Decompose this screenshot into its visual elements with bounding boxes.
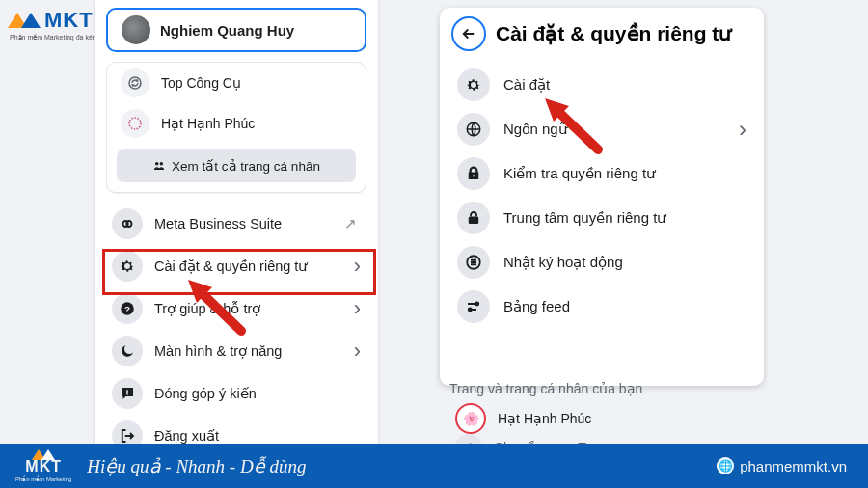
moon-icon: [112, 336, 143, 366]
menu-label: Meta Business Suite: [154, 216, 361, 231]
refresh-circle-icon: [121, 68, 149, 97]
people-switch-icon: [152, 159, 166, 173]
svg-point-1: [129, 118, 141, 129]
feedback-icon: [112, 378, 143, 409]
quick-item-hat-hanh-phuc[interactable]: Hạt Hạnh Phúc: [107, 103, 366, 144]
quick-item-label: Top Công Cụ: [161, 75, 241, 91]
settings-item-label: Nhật ký hoạt động: [503, 254, 746, 271]
settings-item-nhat-ky[interactable]: Nhật ký hoạt động: [449, 240, 754, 285]
svg-rect-7: [126, 393, 128, 395]
menu-label: Đóng góp ý kiến: [154, 386, 361, 401]
gear-icon: [457, 68, 490, 101]
menu-display-accessibility[interactable]: Màn hình & trợ năng ›: [106, 330, 366, 372]
settings-item-label: Kiểm tra quyền riêng tư: [503, 165, 746, 182]
menu-label: Màn hình & trợ năng: [154, 343, 342, 359]
infinity-icon: [112, 208, 143, 239]
footer-site[interactable]: 🌐 phanmemmkt.vn: [717, 457, 847, 474]
footer-logo: MKT Phần mềm Marketing: [15, 449, 71, 482]
flower-moon-icon: [121, 109, 149, 138]
settings-item-label: Ngôn ngữ: [503, 121, 725, 138]
red-arrow-right: [540, 96, 608, 154]
settings-item-kiem-tra-quyen[interactable]: Kiểm tra quyền riêng tư: [449, 151, 754, 196]
svg-point-0: [129, 77, 141, 89]
brand-mark-icon: [8, 13, 41, 28]
svg-point-2: [155, 162, 159, 166]
panel-header: Cài đặt & quyền riêng tư: [440, 8, 764, 61]
brand-subtitle: Phần mềm Marketing đa kênh: [10, 34, 100, 41]
globe-icon: [457, 113, 490, 146]
panel-title: Cài đặt & quyền riêng tư: [496, 22, 731, 45]
brand-logo: MKT Phần mềm Marketing đa kênh: [8, 8, 100, 41]
avatar: [122, 15, 150, 44]
settings-privacy-panel: Cài đặt & quyền riêng tư Cài đặt Ngôn ng…: [440, 8, 764, 386]
footer-slogan: Hiệu quả - Nhanh - Dễ dùng: [87, 455, 306, 477]
svg-point-12: [475, 303, 478, 306]
svg-point-13: [469, 309, 472, 312]
settings-item-label: Bảng feed: [503, 298, 746, 315]
menu-label: Cài đặt & quyền riêng tư: [154, 258, 342, 274]
gear-icon: [112, 251, 143, 282]
svg-rect-6: [126, 390, 128, 393]
chevron-right-icon: ›: [354, 339, 361, 364]
back-button[interactable]: [451, 16, 486, 51]
arrow-left-icon: [460, 25, 477, 42]
account-menu-panel: Nghiem Quang Huy Top Công Cụ Hạt Hạnh Ph…: [95, 0, 378, 449]
view-all-profiles-button[interactable]: Xem tất cả trang cá nhân: [117, 149, 356, 182]
menu-feedback[interactable]: Đóng góp ý kiến: [106, 372, 366, 415]
footer-brand-sub: Phần mềm Marketing: [15, 475, 71, 482]
svg-rect-10: [469, 217, 479, 225]
chevron-right-icon: ›: [354, 296, 361, 321]
menu-meta-business-suite[interactable]: Meta Business Suite ↗: [106, 203, 366, 245]
footer-bar: MKT Phần mềm Marketing Hiệu quả - Nhanh …: [0, 444, 868, 488]
bg-heading: Trang và trang cá nhân của bạn: [449, 381, 764, 396]
chevron-right-icon: ›: [354, 254, 361, 279]
profile-button[interactable]: Nghiem Quang Huy: [106, 8, 366, 52]
help-icon: ?: [112, 293, 143, 324]
footer-site-label: phanmemmkt.vn: [740, 458, 847, 474]
menu-label: Đăng xuất: [154, 428, 361, 444]
sliders-icon: [457, 290, 490, 323]
quick-item-top-cong-cu[interactable]: Top Công Cụ: [107, 63, 366, 103]
brand-name: MKT: [44, 8, 94, 33]
profile-name: Nghiem Quang Huy: [160, 22, 294, 39]
globe-icon: 🌐: [717, 457, 734, 474]
settings-item-trung-tam-quyen[interactable]: Trung tâm quyền riêng tư: [449, 196, 754, 240]
page-avatar-icon: 🌸: [455, 403, 486, 434]
settings-item-label: Trung tâm quyền riêng tư: [503, 209, 746, 227]
quick-item-label: Hạt Hạnh Phúc: [161, 116, 255, 131]
svg-point-9: [473, 175, 475, 176]
chevron-right-icon: ›: [739, 116, 746, 143]
svg-text:?: ?: [124, 304, 130, 314]
quick-access-card: Top Công Cụ Hạt Hạnh Phúc Xem tất cả tra…: [106, 62, 366, 193]
list-icon: [457, 246, 490, 279]
lock-icon: [457, 202, 490, 234]
settings-item-bang-feed[interactable]: Bảng feed: [449, 285, 754, 329]
view-all-profiles-label: Xem tất cả trang cá nhân: [172, 158, 320, 174]
lock-shield-icon: [457, 157, 490, 190]
bg-row-page[interactable]: 🌸 Hạt Hạnh Phúc: [455, 404, 764, 433]
svg-point-3: [160, 162, 164, 166]
settings-item-label: Cài đặt: [503, 76, 746, 94]
bg-row-label: Hạt Hạnh Phúc: [498, 411, 591, 426]
external-link-icon: ↗: [344, 215, 357, 232]
red-arrow-left: [183, 278, 251, 336]
footer-brand-name: MKT: [25, 458, 62, 475]
